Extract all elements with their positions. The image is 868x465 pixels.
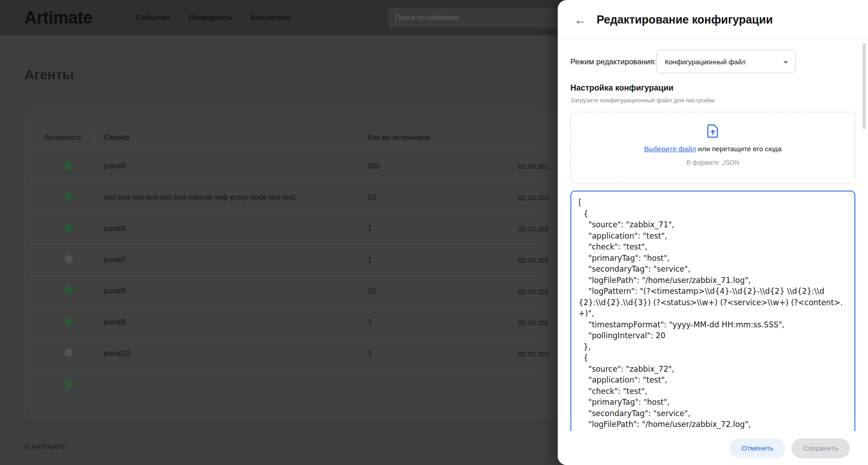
sources-count: 1	[368, 225, 518, 233]
dropzone-text-rest: или перетащите его сюда	[696, 145, 782, 153]
edit-mode-row: Режим редактирования: Конфигурационный ф…	[570, 50, 855, 73]
drawer-header: ← Редактирование конфигурации	[558, 0, 868, 40]
json-config-editor[interactable]: [ { "source": "zabbix_71", "application"…	[570, 191, 855, 453]
app-logo[interactable]: Artimate	[24, 8, 92, 28]
drawer-body: Режим редактирования: Конфигурационный ф…	[558, 50, 868, 453]
server-name: portal8	[104, 287, 368, 295]
server-name: portal22	[104, 350, 368, 358]
drawer-scrollbar-thumb[interactable]	[863, 43, 866, 129]
drawer-title: Редактирование конфигурации	[597, 13, 773, 26]
config-section-hint: Загрузите конфигурационный файл для наст…	[570, 97, 855, 104]
server-name: portal6	[104, 225, 368, 233]
file-upload-icon	[707, 124, 719, 138]
header-divider	[94, 130, 95, 147]
nav-item-events[interactable]: События	[136, 13, 170, 22]
server-name: portal7	[104, 256, 368, 264]
status-inactive-dot	[65, 255, 73, 263]
server-name: test-test-test-test-test-test-internal-w…	[104, 193, 368, 201]
sources-count: 1	[368, 318, 518, 326]
back-arrow-icon[interactable]: ←	[572, 12, 588, 28]
config-section-title: Настройка конфигурации	[570, 83, 855, 93]
sources-count: 10	[368, 287, 518, 295]
sources-count: 10	[368, 193, 518, 201]
sources-count: 200	[368, 162, 518, 170]
search-input[interactable]	[388, 8, 565, 28]
cancel-button[interactable]: Отменить	[730, 438, 785, 458]
status-active-dot	[65, 317, 73, 326]
sources-count: 1	[368, 350, 518, 358]
mode-select[interactable]: Конфигурационный файл	[656, 50, 796, 73]
edit-mode-label: Режим редактирования:	[570, 56, 656, 67]
dropzone-format-hint: В формате .JSON	[687, 159, 740, 166]
column-header-server: Сервер	[104, 134, 368, 142]
status-inactive-dot	[65, 349, 73, 357]
page-title: Агенты	[24, 67, 74, 82]
nav-item-incidents[interactable]: Инциденты	[188, 13, 232, 22]
chevron-down-icon	[783, 61, 788, 64]
status-active-dot	[65, 161, 73, 169]
choose-file-link[interactable]: Выберите файл	[644, 145, 696, 153]
server-name: portal9	[104, 318, 368, 326]
server-name: portal5	[104, 162, 368, 170]
status-active-dot	[65, 286, 73, 294]
edit-configuration-drawer: ← Редактирование конфигурации Режим реда…	[558, 0, 868, 465]
mode-select-value: Конфигурационный файл	[665, 58, 746, 66]
column-header-sources: Кол-во источников	[368, 134, 518, 142]
nav-item-analytics[interactable]: Аналитика	[250, 13, 291, 22]
footer-copyright: © ARTIMATE	[24, 443, 66, 451]
sources-count: 1	[368, 256, 518, 264]
status-active-dot	[65, 192, 73, 201]
save-button[interactable]: Сохранить	[792, 438, 850, 458]
file-dropzone[interactable]: Выберите файл или перетащите его сюда В …	[570, 112, 855, 183]
status-active-dot	[65, 224, 73, 232]
dropzone-text: Выберите файл или перетащите его сюда	[644, 145, 782, 153]
main-nav: События Инциденты Аналитика	[136, 0, 291, 35]
drawer-footer: Отменить Сохранить	[558, 431, 868, 465]
status-active-dot	[65, 380, 73, 388]
column-header-activity: Активность	[25, 134, 104, 142]
